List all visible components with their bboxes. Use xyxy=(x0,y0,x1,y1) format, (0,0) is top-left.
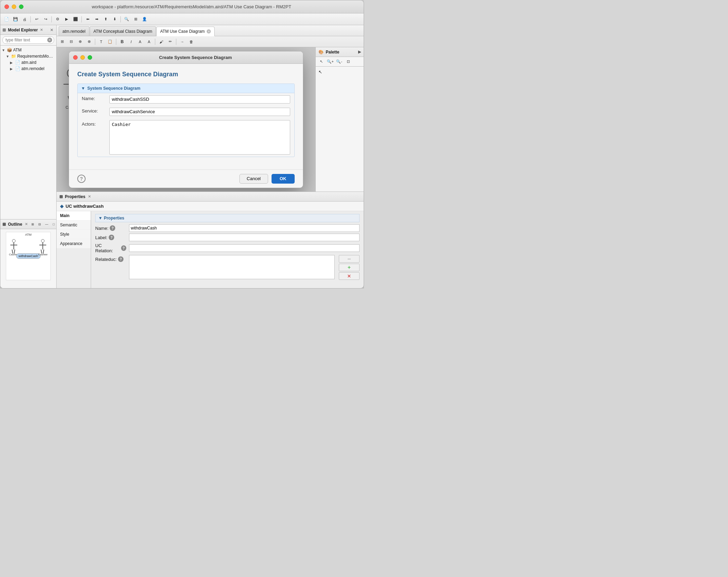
dialog-close[interactable] xyxy=(73,55,78,60)
tab-conceptual[interactable]: ATM Conceptual Class Diagram xyxy=(90,26,156,36)
dialog: Create System Sequence Diagram Create Sy… xyxy=(69,51,303,188)
tree-item-atm[interactable]: ▼ 📦 ATM xyxy=(0,47,56,53)
diag-btn-7[interactable]: B xyxy=(118,38,126,46)
diag-btn-10[interactable]: A xyxy=(145,38,153,46)
tree-item-atmaird[interactable]: ▶ 📄 atm.aird xyxy=(0,59,56,66)
tree-item-atmremodel[interactable]: ▶ 📄 atm.remodel xyxy=(0,66,56,72)
dialog-field-actors: Actors: Cashier xyxy=(78,118,294,157)
diag-btn-6[interactable]: 📋 xyxy=(106,38,114,46)
outline-btn-4[interactable]: □ xyxy=(50,221,57,227)
model-explorer-close[interactable]: ✕ xyxy=(49,28,54,32)
properties-title: Properties xyxy=(65,194,85,199)
properties-content: ▼ Properties Name: ? xyxy=(91,211,364,288)
outline-btn-1[interactable]: ⊞ xyxy=(30,221,36,227)
toolbar-btn-1[interactable]: 📄 xyxy=(2,15,11,23)
minimize-button[interactable] xyxy=(12,4,16,9)
dialog-input-name[interactable] xyxy=(109,95,290,104)
props-input-name[interactable] xyxy=(129,224,360,232)
tree-arrow-atm: ▼ xyxy=(2,48,6,52)
tree-item-reqmodel[interactable]: ▼ 📁 RequirementsModel xyxy=(0,53,56,59)
tab-usecase[interactable]: ATM Use Case Diagram ✕ xyxy=(156,27,215,36)
tab-atm-remodel[interactable]: atm.remodel xyxy=(59,26,89,36)
tree-icon-atmremodel: 📄 xyxy=(15,66,20,71)
diag-btn-1[interactable]: ⊞ xyxy=(58,38,66,46)
diag-btn-9[interactable]: A xyxy=(136,38,144,46)
tree-icon-atmaird: 📄 xyxy=(15,60,20,65)
props-tab-appearance[interactable]: Appearance xyxy=(57,239,91,248)
props-tab-semantic[interactable]: Semantic xyxy=(57,221,91,230)
props-label-name: Name: ? xyxy=(95,225,126,231)
props-btn-ellipsis[interactable]: ··· xyxy=(339,255,360,263)
props-section-arrow: ▼ xyxy=(98,216,102,221)
dialog-minimize[interactable] xyxy=(80,55,85,60)
diag-btn-14[interactable]: 🗑 xyxy=(187,38,195,46)
toolbar-btn-4[interactable]: ↩ xyxy=(32,15,41,23)
props-label-ucrelation: UC Relation: ? xyxy=(95,243,126,253)
outline-btn-2[interactable]: ⊟ xyxy=(37,221,43,227)
dialog-ok-button[interactable]: OK xyxy=(272,174,295,184)
search-clear-button[interactable]: ✕ xyxy=(47,38,52,42)
right-area: atm.remodel ATM Conceptual Class Diagram… xyxy=(57,25,364,288)
props-input-ucrelation[interactable] xyxy=(129,244,360,252)
outline-btn-3[interactable]: — xyxy=(43,221,50,227)
search-input[interactable] xyxy=(2,36,54,44)
toolbar-btn-7[interactable]: ▶ xyxy=(62,15,71,23)
props-tab-main[interactable]: Main xyxy=(57,211,91,221)
palette-zoom-in-btn[interactable]: 🔍+ xyxy=(326,58,334,66)
tab-close-usecase[interactable]: ✕ xyxy=(207,29,211,33)
props-btn-add[interactable]: + xyxy=(339,264,360,271)
diag-btn-5[interactable]: T xyxy=(97,38,105,46)
canvas[interactable]: Cashier withdrawCash xyxy=(57,47,315,192)
props-help-relateduc[interactable]: ? xyxy=(118,256,124,262)
props-btn-remove[interactable]: ✕ xyxy=(339,272,360,280)
toolbar-btn-12[interactable]: ⬇ xyxy=(110,15,119,23)
palette-cursor-btn[interactable]: ↖ xyxy=(317,58,325,66)
maximize-button[interactable] xyxy=(19,4,23,9)
diag-btn-4[interactable]: ⊗ xyxy=(85,38,93,46)
properties-entity-title: UC withdrawCash xyxy=(66,204,104,209)
toolbar-btn-8[interactable]: ⬛ xyxy=(71,15,80,23)
dialog-cancel-button[interactable]: Cancel xyxy=(239,174,268,184)
dialog-textarea-actors[interactable]: Cashier xyxy=(109,120,290,155)
diag-btn-13[interactable]: → xyxy=(178,38,186,46)
toolbar-btn-6[interactable]: ⚙ xyxy=(53,15,62,23)
props-help-name[interactable]: ? xyxy=(110,225,115,231)
tab-label-usecase: ATM Use Case Diagram xyxy=(160,29,205,34)
dialog-maximize[interactable] xyxy=(88,55,92,60)
props-tab-style[interactable]: Style xyxy=(57,230,91,239)
diag-btn-3[interactable]: ⊕ xyxy=(76,38,84,46)
dialog-field-service: Service: xyxy=(78,106,294,118)
palette-zoom-out-btn[interactable]: 🔍- xyxy=(335,58,343,66)
toolbar-btn-3[interactable]: 🖨 xyxy=(20,15,29,23)
dialog-input-service[interactable] xyxy=(109,108,290,116)
properties-body: Main Semantic Style Appearance xyxy=(57,211,364,288)
diag-btn-11[interactable]: 🖌 xyxy=(157,38,165,46)
palette-cursor-tool[interactable]: ↖ xyxy=(317,68,362,76)
dialog-help-button[interactable]: ? xyxy=(77,175,86,183)
toolbar-search-btn[interactable]: 🔍 xyxy=(122,15,131,23)
toolbar-grid-btn[interactable]: ⊞ xyxy=(131,15,140,23)
diag-sep-2 xyxy=(116,39,116,45)
props-input-label[interactable] xyxy=(129,234,360,241)
tree-label-reqmodel: RequirementsModel xyxy=(17,54,54,59)
diag-btn-2[interactable]: ⊟ xyxy=(67,38,75,46)
toolbar-btn-9[interactable]: ⬅ xyxy=(83,15,92,23)
palette-expand-btn[interactable]: ▶ xyxy=(358,50,361,54)
props-help-label[interactable]: ? xyxy=(109,235,114,240)
diag-btn-12[interactable]: ✏ xyxy=(166,38,174,46)
dialog-content: Create System Sequence Diagram ▼ System … xyxy=(69,64,303,169)
toolbar-btn-11[interactable]: ⬆ xyxy=(101,15,110,23)
palette-fit-btn[interactable]: ⊡ xyxy=(344,58,352,66)
close-button[interactable] xyxy=(4,4,9,9)
props-section-header: ▼ Properties xyxy=(95,214,360,222)
props-textarea-relateduc[interactable] xyxy=(129,255,335,279)
toolbar-btn-5[interactable]: ↪ xyxy=(41,15,50,23)
toolbar-person-btn[interactable]: 👤 xyxy=(140,15,149,23)
props-relateduc-text: Relateduc: xyxy=(95,257,117,262)
toolbar-btn-2[interactable]: 💾 xyxy=(11,15,20,23)
toolbar-btn-10[interactable]: ➡ xyxy=(92,15,101,23)
dialog-section-header: ▼ System Sequence Diagram xyxy=(78,84,294,93)
palette-header: 🎨 Palette ▶ xyxy=(316,47,364,57)
diag-btn-8[interactable]: I xyxy=(127,38,135,46)
props-help-ucrelation[interactable]: ? xyxy=(121,245,126,251)
